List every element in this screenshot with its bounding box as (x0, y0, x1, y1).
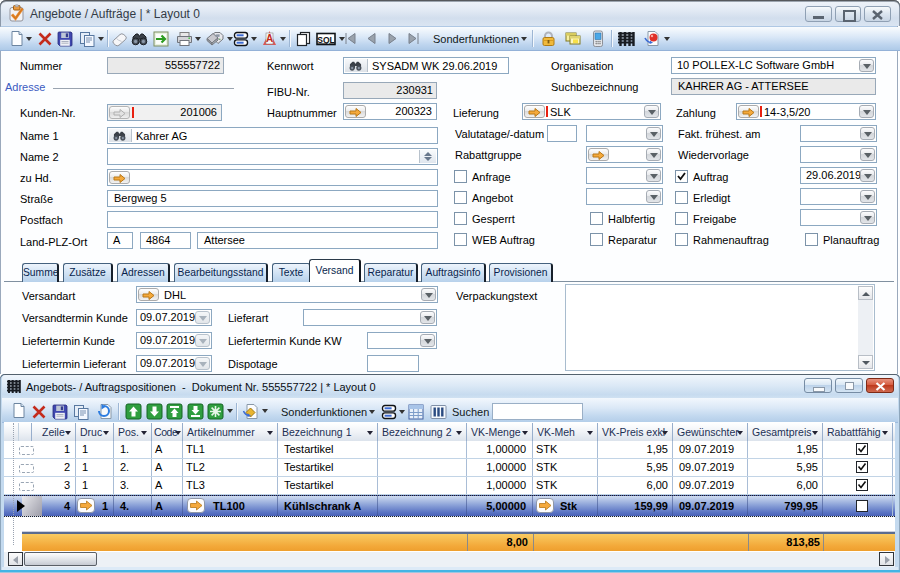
svg-text:SQL: SQL (317, 35, 334, 45)
svg-text:A: A (266, 33, 273, 44)
